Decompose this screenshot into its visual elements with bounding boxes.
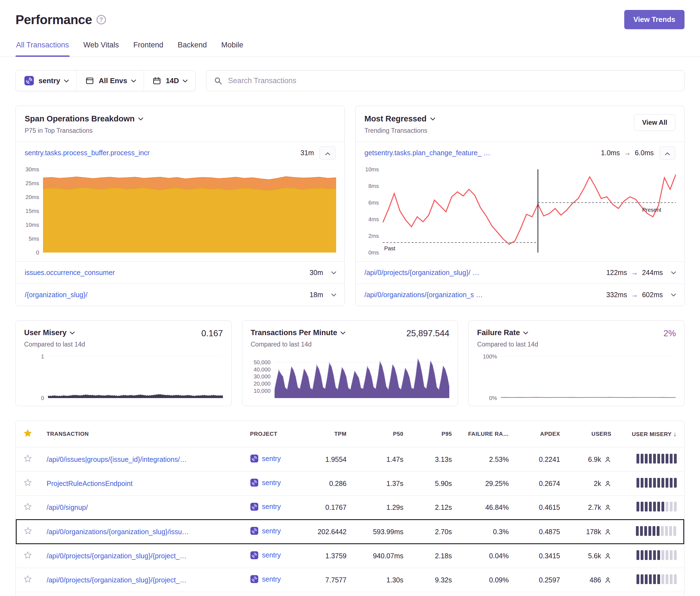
chevron-down-icon[interactable]: [331, 291, 336, 296]
col-transaction[interactable]: TRANSACTION: [40, 421, 243, 447]
transaction-link[interactable]: /api/0/projects/{organization_slug}/{pro…: [47, 552, 186, 560]
col-tpm[interactable]: TPM: [305, 421, 354, 447]
view-all-button[interactable]: View All: [634, 114, 675, 131]
project-link[interactable]: sentry: [250, 502, 281, 511]
span-op-total: 18m: [309, 291, 323, 299]
row-star-cell: [16, 592, 40, 596]
tpm-dropdown[interactable]: Transactions Per Minute: [251, 329, 345, 337]
col-project[interactable]: PROJECT: [243, 421, 305, 447]
chevron-down-icon[interactable]: [671, 291, 676, 296]
table-row[interactable]: /api/0/signup/ sentry 0.1767 1.29s 2.12s…: [16, 496, 684, 520]
col-user-misery[interactable]: USER MISERY↓: [619, 421, 684, 447]
project-link[interactable]: sentry: [250, 551, 281, 560]
table-row[interactable]: /api/0/projects/{organization_slug}/{pro…: [16, 568, 684, 592]
col-apdex[interactable]: APDEX: [516, 421, 568, 447]
tpm-cell: 0.1767: [305, 496, 354, 520]
star-outline-icon[interactable]: [24, 502, 32, 511]
users-cell: 5.6k: [568, 544, 619, 568]
chevron-down-icon: [340, 329, 345, 334]
environment-filter[interactable]: All Envs: [77, 71, 144, 91]
misery-bar: [636, 454, 639, 464]
star-filled-icon[interactable]: [24, 429, 32, 437]
misery-bar: [641, 574, 644, 584]
y-axis-label: 40,000: [253, 366, 270, 372]
table-header-row: TRANSACTIONPROJECTTPMP50P95FAILURE RA…AP…: [16, 421, 684, 447]
row-star-cell: [16, 568, 40, 592]
star-outline-icon[interactable]: [24, 478, 32, 487]
span-op-link[interactable]: /{organization_slug}/: [25, 291, 88, 299]
span-op-link[interactable]: issues.occurrence_consumer: [25, 268, 115, 277]
misery-bar: [636, 526, 639, 536]
regressed-chart-y-axis: 10ms8ms6ms4ms2ms0ms: [358, 170, 383, 253]
table-row[interactable]: /api/0/organizations/{organization_slug}…: [16, 592, 684, 596]
tab-frontend[interactable]: Frontend: [133, 39, 164, 56]
misery-bar: [645, 478, 648, 488]
misery-bar: [641, 478, 644, 488]
misery-bar: [661, 454, 664, 464]
user-misery-cell: [619, 447, 684, 471]
star-outline-icon[interactable]: [24, 527, 32, 535]
search-transactions-input[interactable]: [227, 76, 677, 85]
collapse-row-button[interactable]: [320, 146, 335, 160]
transaction-link[interactable]: ProjectRuleActionsEndpoint: [47, 480, 132, 487]
chevron-down-icon: [183, 77, 188, 82]
star-outline-icon[interactable]: [24, 551, 32, 560]
project-link[interactable]: sentry: [250, 527, 281, 535]
misery-bar: [636, 574, 639, 584]
project-link[interactable]: sentry: [250, 478, 281, 487]
failure-rate-dropdown[interactable]: Failure Rate: [477, 329, 538, 337]
present-label: Present: [642, 207, 661, 213]
user-icon: [604, 456, 611, 463]
misery-bar: [674, 502, 677, 512]
failure-rate-cell: 0.04%: [459, 544, 516, 568]
failure-rate-cell: 46.84%: [459, 496, 516, 520]
most-regressed-dropdown[interactable]: Most Regressed: [365, 114, 434, 123]
chevron-down-icon[interactable]: [331, 269, 336, 274]
user-misery-dropdown[interactable]: User Misery: [24, 329, 85, 337]
chevron-down-icon[interactable]: [671, 269, 676, 274]
transaction-link[interactable]: /api/0/projects/{organization_slug}/{pro…: [47, 576, 186, 584]
regressed-transaction-link[interactable]: /api/0/projects/{organization_slug}/ …: [365, 268, 479, 277]
col-p50[interactable]: P50: [354, 421, 411, 447]
regressed-transaction-link[interactable]: getsentry.tasks.plan_change_feature_ …: [365, 149, 490, 157]
misery-bar: [674, 550, 677, 560]
help-icon[interactable]: ?: [97, 15, 106, 24]
transaction-link[interactable]: /api/0/signup/: [47, 503, 88, 511]
collapse-row-button[interactable]: [659, 146, 675, 160]
misery-bar: [641, 502, 644, 512]
span-op-row: issues.occurrence_consumer 30m: [16, 261, 345, 284]
table-row[interactable]: /api/0/issues|groups/{issue_id}/integrat…: [16, 447, 684, 471]
tab-mobile[interactable]: Mobile: [221, 39, 244, 56]
col-failure-ra[interactable]: FAILURE RA…: [459, 421, 516, 447]
col-users[interactable]: USERS: [568, 421, 619, 447]
tab-all-transactions[interactable]: All Transactions: [16, 39, 70, 56]
project-link[interactable]: sentry: [250, 455, 281, 463]
star-outline-icon[interactable]: [24, 575, 32, 583]
users-cell: 2k: [568, 471, 619, 496]
view-trends-button[interactable]: View Trends: [624, 10, 684, 29]
date-range-filter[interactable]: 14D: [144, 71, 196, 91]
tab-backend[interactable]: Backend: [177, 39, 207, 56]
span-op-link[interactable]: sentry.tasks.process_buffer.process_incr: [25, 149, 150, 157]
table-row[interactable]: ProjectRuleActionsEndpoint sentry 0.286 …: [16, 471, 684, 496]
apdex-cell: 0.4615: [516, 496, 568, 520]
starred-filter[interactable]: [16, 421, 40, 447]
col-p95[interactable]: P95: [411, 421, 459, 447]
table-row[interactable]: /api/0/organizations/{organization_slug}…: [16, 520, 684, 544]
chevron-down-icon: [430, 115, 435, 120]
user-misery-value: 0.167: [197, 329, 223, 338]
table-row[interactable]: /api/0/projects/{organization_slug}/{pro…: [16, 544, 684, 568]
span-operations-dropdown[interactable]: Span Operations Breakdown: [25, 114, 143, 123]
transaction-link[interactable]: /api/0/issues|groups/{issue_id}/integrat…: [47, 456, 186, 463]
page-header: Performance ? View Trends: [0, 0, 700, 29]
star-outline-icon[interactable]: [24, 455, 32, 463]
row-star-cell: [16, 496, 40, 520]
misery-bar: [641, 550, 644, 560]
regressed-transaction-link[interactable]: /api/0/organizations/{organization_s …: [365, 291, 483, 299]
misery-bar: [666, 502, 668, 512]
arrow-right-icon: →: [630, 290, 639, 299]
transaction-link[interactable]: /api/0/organizations/{organization_slug}…: [47, 528, 189, 536]
project-filter[interactable]: sentry: [16, 71, 77, 91]
tab-web-vitals[interactable]: Web Vitals: [83, 39, 120, 56]
project-link[interactable]: sentry: [250, 575, 281, 583]
